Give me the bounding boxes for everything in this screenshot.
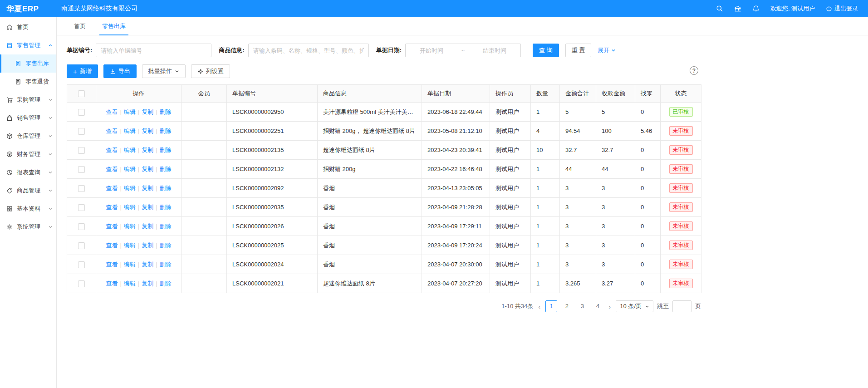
bill-no-input[interactable] [96, 44, 211, 57]
sidebar-item-retail-out[interactable]: 零售出库 [0, 54, 56, 73]
status-badge: 未审核 [669, 202, 693, 212]
help-icon[interactable]: ? [690, 66, 698, 75]
action-delete-link[interactable]: 删除 [160, 128, 172, 134]
action-delete-link[interactable]: 删除 [160, 223, 172, 230]
row-checkbox[interactable] [78, 223, 85, 230]
sidebar-item-purchase[interactable]: 采购管理 [0, 91, 56, 109]
prev-page-button[interactable]: ‹ [537, 303, 542, 310]
cart-icon [6, 97, 13, 103]
action-delete-link[interactable]: 删除 [160, 261, 172, 268]
action-delete-link[interactable]: 删除 [160, 204, 172, 211]
bell-icon[interactable] [752, 5, 760, 12]
page-number-1[interactable]: 1 [545, 300, 557, 312]
action-edit-link[interactable]: 编辑 [124, 261, 136, 268]
action-delete-link[interactable]: 删除 [160, 185, 172, 192]
qty-cell: 1 [531, 160, 560, 179]
action-view-link[interactable]: 查看 [106, 166, 118, 172]
action-copy-link[interactable]: 复制 [142, 204, 153, 211]
action-view-link[interactable]: 查看 [106, 242, 118, 249]
tab-home[interactable]: 首页 [74, 17, 86, 35]
page-number-2[interactable]: 2 [561, 300, 573, 312]
action-copy-link[interactable]: 复制 [142, 280, 153, 287]
sidebar-item-warehouse[interactable]: 仓库管理 [0, 127, 56, 145]
action-view-link[interactable]: 查看 [106, 223, 118, 230]
action-copy-link[interactable]: 复制 [142, 166, 153, 172]
select-all-checkbox[interactable] [78, 90, 85, 97]
search-button[interactable]: 查 询 [533, 44, 559, 57]
sidebar-item-basic-data[interactable]: 基本资料 [0, 200, 56, 218]
action-delete-link[interactable]: 删除 [160, 242, 172, 249]
welcome-user[interactable]: 欢迎您, 测试用户 [770, 5, 815, 13]
action-edit-link[interactable]: 编辑 [124, 166, 136, 172]
jump-page-input[interactable] [672, 300, 691, 312]
action-copy-link[interactable]: 复制 [142, 147, 153, 153]
action-copy-link[interactable]: 复制 [142, 185, 153, 192]
company-name: 南通某某网络科技有限公司 [61, 5, 137, 13]
sidebar-item-retail[interactable]: 零售管理 [0, 36, 56, 54]
action-edit-link[interactable]: 编辑 [124, 242, 136, 249]
action-edit-link[interactable]: 编辑 [124, 223, 136, 230]
logout-button[interactable]: 退出登录 [826, 5, 858, 13]
action-copy-link[interactable]: 复制 [142, 223, 153, 230]
page-number-3[interactable]: 3 [576, 300, 588, 312]
received-cell: 32.7 [596, 141, 635, 160]
tab-retail-out[interactable]: 零售出库 [102, 17, 126, 35]
action-delete-link[interactable]: 删除 [160, 166, 172, 172]
action-view-link[interactable]: 查看 [106, 147, 118, 153]
row-checkbox[interactable] [78, 204, 85, 211]
status-badge: 未审核 [669, 221, 693, 231]
sidebar-item-goods[interactable]: 商品管理 [0, 182, 56, 200]
action-view-link[interactable]: 查看 [106, 108, 118, 115]
column-settings-button[interactable]: 列设置 [191, 64, 230, 78]
row-checkbox[interactable] [78, 242, 85, 249]
sidebar-item-system[interactable]: 系统管理 [0, 218, 56, 236]
batch-actions-button[interactable]: 批量操作 [142, 64, 186, 78]
date-range-picker[interactable]: ~ [405, 44, 521, 57]
action-edit-link[interactable]: 编辑 [124, 108, 136, 115]
export-button[interactable]: 导出 [103, 64, 137, 78]
add-button[interactable]: + 新增 [67, 64, 98, 78]
app-logo[interactable]: 华夏ERP [0, 4, 57, 14]
page-number-4[interactable]: 4 [592, 300, 603, 312]
expand-link[interactable]: 展开 [598, 46, 616, 54]
action-delete-link[interactable]: 删除 [160, 147, 172, 153]
next-page-button[interactable]: › [607, 303, 612, 310]
action-copy-link[interactable]: 复制 [142, 108, 153, 115]
date-end-input[interactable] [471, 47, 518, 54]
row-actions-cell: 查看|编辑|复制|删除 [96, 217, 181, 236]
bank-icon[interactable] [734, 5, 741, 12]
action-view-link[interactable]: 查看 [106, 280, 118, 287]
row-checkbox[interactable] [78, 261, 85, 268]
sidebar-item-retail-return[interactable]: 零售退货 [0, 73, 56, 91]
product-info-input[interactable] [248, 44, 369, 57]
action-edit-link[interactable]: 编辑 [124, 128, 136, 134]
action-copy-link[interactable]: 复制 [142, 261, 153, 268]
sidebar-item-home[interactable]: 首页 [0, 18, 56, 36]
action-delete-link[interactable]: 删除 [160, 280, 172, 287]
sidebar-item-sales[interactable]: 销售管理 [0, 109, 56, 127]
sidebar-item-finance[interactable]: 财务管理 [0, 145, 56, 163]
action-view-link[interactable]: 查看 [106, 261, 118, 268]
action-view-link[interactable]: 查看 [106, 128, 118, 134]
action-delete-link[interactable]: 删除 [160, 108, 172, 115]
action-copy-link[interactable]: 复制 [142, 242, 153, 249]
action-edit-link[interactable]: 编辑 [124, 204, 136, 211]
row-checkbox[interactable] [78, 185, 85, 192]
sidebar-item-reports[interactable]: 报表查询 [0, 163, 56, 182]
row-checkbox[interactable] [78, 166, 85, 173]
reset-button[interactable]: 重 置 [565, 44, 592, 57]
search-icon[interactable] [716, 5, 723, 12]
row-checkbox[interactable] [78, 147, 85, 154]
action-edit-link[interactable]: 编辑 [124, 185, 136, 192]
page-size-select[interactable]: 10 条/页 [616, 300, 653, 312]
date-start-input[interactable] [408, 47, 455, 54]
action-view-link[interactable]: 查看 [106, 204, 118, 211]
action-view-link[interactable]: 查看 [106, 185, 118, 192]
action-copy-link[interactable]: 复制 [142, 128, 153, 134]
member-cell [181, 274, 227, 293]
row-checkbox[interactable] [78, 128, 85, 135]
action-edit-link[interactable]: 编辑 [124, 280, 136, 287]
row-checkbox[interactable] [78, 109, 85, 116]
action-edit-link[interactable]: 编辑 [124, 147, 136, 153]
row-checkbox[interactable] [78, 280, 85, 287]
